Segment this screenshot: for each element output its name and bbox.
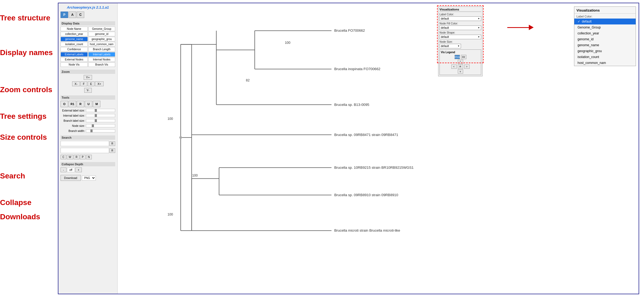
tool-o-btn[interactable]: O <box>61 101 68 107</box>
svg-text:100: 100 <box>285 41 291 45</box>
zoom-y-plus-btn[interactable]: Y+ <box>84 75 92 80</box>
dropdown-item-geographic-grou-label: geographic_grou <box>578 49 602 53</box>
tool-r1-btn[interactable]: R1 <box>69 101 76 107</box>
zoom-x-minus-btn[interactable]: X- <box>72 81 80 86</box>
search-section: Search <box>61 135 115 140</box>
vis-legend-right-btn[interactable]: > <box>464 64 470 69</box>
dropdown-item-isolation-count[interactable]: isolation_count <box>574 54 636 60</box>
cell-genome-group[interactable]: Genome_Group <box>88 27 115 31</box>
node-shape-row: Node Shape: default ▼ <box>439 31 481 39</box>
vis-legend-down-row: v <box>458 69 463 74</box>
search-r-btn-3[interactable]: R <box>74 155 79 159</box>
node-size-slider[interactable] <box>86 124 115 127</box>
node-shape-dropdown[interactable]: default ▼ <box>439 35 481 39</box>
expanded-dropdown: Visualizations Label Color: ✓ default Ge… <box>574 6 636 66</box>
branch-label-size-slider[interactable] <box>86 119 115 122</box>
search-p-btn[interactable]: P <box>80 155 86 159</box>
cell-external-nodes[interactable]: External Nodes <box>61 57 88 62</box>
zoom-section: Zoom <box>61 70 115 74</box>
dropdown-arrow <box>507 25 534 30</box>
vis-legend-show-row: Show Dir <box>455 55 466 59</box>
mode-btn-a[interactable]: A <box>69 12 76 18</box>
check-mark-icon: ✓ <box>578 20 580 23</box>
svg-text:Brucella FO700662: Brucella FO700662 <box>334 28 365 33</box>
search-r-btn-2[interactable]: R <box>110 148 115 153</box>
vis-legend-show-btn[interactable]: Show <box>455 55 460 59</box>
dropdown-item-genome-id[interactable]: genome_id <box>574 36 636 42</box>
cell-confidence[interactable]: Confidence <box>61 47 88 52</box>
label-color-row: Label Color: default ▼ <box>439 13 481 21</box>
dropdown-item-collection-year[interactable]: collection_year <box>574 30 636 36</box>
collapse-plus-btn[interactable]: + <box>75 167 82 172</box>
search-input-1[interactable] <box>61 141 109 146</box>
cell-geographic-grou[interactable]: geographic_grou <box>88 37 115 41</box>
cell-genome-id[interactable]: genome_id <box>88 32 115 36</box>
branch-label-size-control: Branch label size: <box>61 119 115 122</box>
node-size-row: Node Size: default ▼ <box>439 40 481 48</box>
cell-node-vis[interactable]: Node Vis <box>61 62 88 67</box>
search-c-btn[interactable]: C <box>61 155 66 159</box>
node-size-label: Node size: <box>61 124 85 127</box>
cell-collection-year[interactable]: collection_year <box>61 32 88 36</box>
download-button[interactable]: Download <box>61 175 81 181</box>
dropdown-item-host-common-nam[interactable]: host_common_nam <box>574 60 636 66</box>
tool-r-btn[interactable]: R <box>77 101 84 107</box>
annotation-display-names: Display names <box>0 48 57 57</box>
dropdown-item-geographic-grou[interactable]: geographic_grou <box>574 48 636 54</box>
dropdown-item-genome-name[interactable]: genome_name <box>574 42 636 48</box>
zoom-y-minus-btn[interactable]: Y- <box>84 88 92 93</box>
cell-branch-vis[interactable]: Branch Vis <box>88 62 115 67</box>
node-fill-color-label: Node Fill Color: <box>439 22 481 25</box>
tool-m-btn[interactable]: M <box>93 101 100 107</box>
annotation-size-controls: Size controls <box>0 133 57 142</box>
vis-legend-center-btn[interactable]: R <box>458 64 463 69</box>
zoom-f-btn[interactable]: F <box>80 81 87 86</box>
annotation-search: Search <box>0 171 57 181</box>
zoom-e-btn[interactable]: E <box>88 81 94 86</box>
tool-u-btn[interactable]: U <box>85 101 92 107</box>
node-fill-color-dropdown[interactable]: default ▼ <box>439 26 481 30</box>
cell-isolation-count[interactable]: isolation_count <box>61 42 88 46</box>
cell-external-labels[interactable]: External Labels <box>61 52 88 57</box>
vis-legend-title: Vis Legend <box>441 51 480 54</box>
dropdown-item-genome-group[interactable]: Genome_Group <box>574 24 636 30</box>
search-input-2[interactable] <box>61 148 109 153</box>
svg-text:Brucella microti strain Brucel: Brucella microti strain Brucella microti… <box>334 228 400 232</box>
cell-genome-name[interactable]: genome_name <box>61 37 88 41</box>
mode-btn-p[interactable]: P <box>61 12 68 18</box>
cell-internal-labels[interactable]: Internal Labels <box>88 52 115 57</box>
internal-label-size-label: Internal label size: <box>61 114 85 117</box>
cell-branch-length[interactable]: Branch Length <box>88 47 115 52</box>
external-label-size-slider[interactable] <box>86 109 115 112</box>
left-annotations: Tree structure Display names Zoom contro… <box>0 0 57 298</box>
search-n-btn[interactable]: N <box>86 155 92 159</box>
zoom-x-plus-btn[interactable]: X+ <box>95 81 104 86</box>
label-color-dropdown[interactable]: default ▼ <box>439 16 481 21</box>
node-size-value: default <box>441 45 449 48</box>
dropdown-item-default[interactable]: ✓ default <box>574 19 636 24</box>
mode-btn-c[interactable]: C <box>77 12 84 18</box>
branch-width-slider[interactable] <box>86 129 115 132</box>
collapse-minus-btn[interactable]: - <box>61 167 66 172</box>
zoom-y-minus-row: Y- <box>61 88 115 93</box>
dropdown-item-genome-name-label: genome_name <box>578 43 599 47</box>
node-size-arrow: ▼ <box>458 45 460 47</box>
vis-panel-title: Visualizations <box>439 8 481 12</box>
svg-text:100: 100 <box>167 213 173 216</box>
cell-host-common-nam[interactable]: host_common_nam <box>88 42 115 46</box>
dropdown-item-host-common-nam-label: host_common_nam <box>578 61 606 65</box>
zoom-middle-row: X- F E X+ <box>61 81 115 86</box>
node-size-dropdown[interactable]: default ▼ <box>439 44 461 48</box>
vis-legend-down-btn[interactable]: v <box>458 69 463 74</box>
search-w-btn[interactable]: W <box>67 155 73 159</box>
node-shape-arrow: ▼ <box>478 36 480 38</box>
node-shape-label: Node Shape: <box>439 31 481 34</box>
vis-legend-up-btn[interactable]: ^ <box>458 60 463 64</box>
format-select[interactable]: PNGSVGPDF <box>82 175 96 181</box>
cell-node-name[interactable]: Node Name <box>61 27 88 31</box>
cell-internal-nodes[interactable]: Internal Nodes <box>88 57 115 62</box>
vis-legend-left-btn[interactable]: < <box>451 64 457 69</box>
search-r-btn-1[interactable]: R <box>110 141 115 146</box>
internal-label-size-slider[interactable] <box>86 114 115 117</box>
vis-legend-dir-btn[interactable]: Dir <box>461 55 466 59</box>
